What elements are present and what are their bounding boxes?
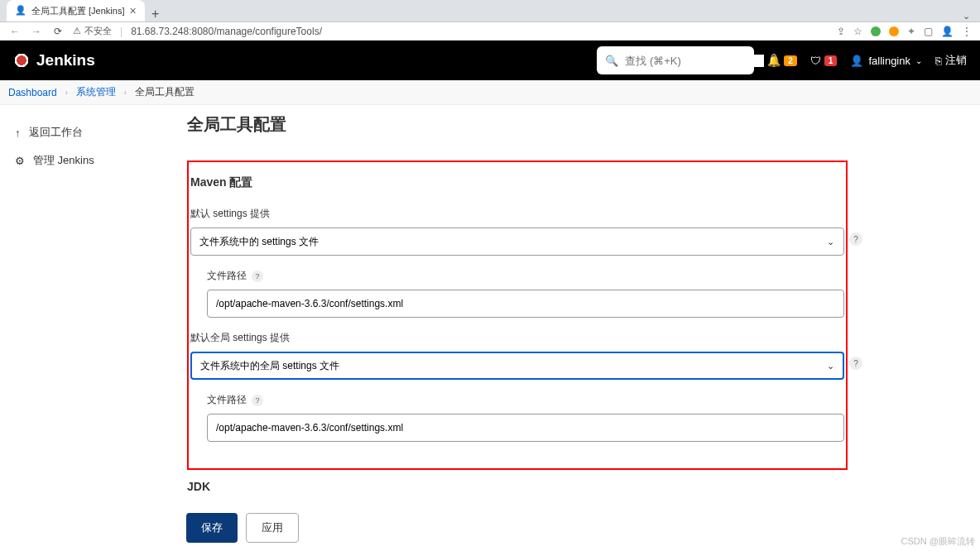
extensions-icon[interactable]: ✦ — [907, 26, 915, 37]
chevron-right-icon: › — [65, 89, 68, 97]
default-settings-select[interactable]: 文件系统中的 settings 文件 — [190, 228, 844, 256]
notification-badge: 2 — [784, 55, 797, 66]
user-icon: 👤 — [850, 55, 863, 67]
action-bar: 保存 应用 — [0, 505, 980, 551]
share-icon[interactable]: ⇪ — [837, 26, 845, 37]
jenkins-logo[interactable]: Jenkins — [13, 51, 95, 69]
field-label: 默认 settings 提供 — [190, 207, 844, 221]
notifications-button[interactable]: 🔔 2 — [767, 55, 797, 67]
search-box[interactable]: 🔍 ? — [597, 46, 754, 74]
shield-icon: 🛡 — [810, 55, 821, 67]
section-title: Maven 配置 — [190, 175, 844, 190]
apply-button[interactable]: 应用 — [246, 513, 299, 543]
gear-icon: ⚙ — [15, 155, 25, 167]
browser-tab[interactable]: 👤 全局工具配置 [Jenkins] × — [7, 0, 145, 22]
breadcrumb: Dashboard › 系统管理 › 全局工具配置 — [0, 80, 980, 105]
main-content: 全局工具配置 Maven 配置 默认 settings 提供 文件系统中的 se… — [174, 105, 861, 551]
global-settings-file-path-input[interactable] — [207, 414, 844, 442]
browser-tab-strip: 👤 全局工具配置 [Jenkins] × + ⌄ — [0, 0, 980, 22]
page-title: 全局工具配置 — [187, 113, 848, 136]
alerts-button[interactable]: 🛡 1 — [810, 55, 838, 67]
search-icon: 🔍 — [605, 55, 618, 67]
field-label: 文件路径 ? — [207, 393, 844, 407]
sidebar-item-manage[interactable]: ⚙ 管理 Jenkins — [7, 146, 167, 175]
new-tab-button[interactable]: + — [145, 7, 166, 22]
browser-toolbar: ← → ⟳ ⚠ 不安全 | 81.68.73.248:8080/manage/c… — [0, 22, 980, 41]
logout-button[interactable]: ⎘ 注销 — [935, 53, 967, 68]
breadcrumb-current: 全局工具配置 — [135, 85, 195, 99]
jenkins-favicon: 👤 — [15, 5, 26, 17]
extension-icon[interactable] — [871, 26, 881, 36]
field-label: 默认全局 settings 提供 — [190, 331, 844, 345]
chevron-down-icon: ⌄ — [915, 56, 922, 65]
profile-icon[interactable]: 👤 — [941, 26, 954, 37]
sidebar-item-label: 返回工作台 — [29, 125, 83, 140]
tab-title: 全局工具配置 [Jenkins] — [31, 5, 124, 17]
save-button[interactable]: 保存 — [186, 513, 238, 543]
bookmark-icon[interactable]: ☆ — [853, 26, 862, 37]
address-bar[interactable]: 81.68.73.248:8080/manage/configureTools/ — [131, 26, 322, 37]
alert-badge: 1 — [824, 55, 838, 66]
sidebar: ↑ 返回工作台 ⚙ 管理 Jenkins — [0, 105, 174, 551]
help-icon[interactable]: ? — [849, 357, 862, 370]
logout-icon: ⎘ — [935, 55, 942, 67]
sidebar-item-back[interactable]: ↑ 返回工作台 — [7, 118, 167, 146]
jenkins-logo-icon — [13, 52, 30, 69]
warning-icon: ⚠ — [73, 26, 81, 36]
breadcrumb-dashboard[interactable]: Dashboard — [8, 87, 57, 98]
separator: | — [120, 26, 122, 37]
watermark: CSDN @眼眸流转 — [901, 535, 975, 548]
forward-button[interactable]: → — [30, 26, 43, 37]
maven-config-section: Maven 配置 默认 settings 提供 文件系统中的 settings … — [187, 161, 848, 470]
back-button[interactable]: ← — [8, 26, 22, 37]
sidebar-item-label: 管理 Jenkins — [33, 153, 94, 168]
section-title: JDK — [187, 480, 848, 493]
breadcrumb-manage[interactable]: 系统管理 — [76, 85, 116, 99]
tab-overflow-icon[interactable]: ⌄ — [963, 11, 970, 22]
arrow-up-icon: ↑ — [15, 127, 21, 139]
close-tab-icon[interactable]: × — [129, 4, 136, 17]
jenkins-header: Jenkins 🔍 ? 🔔 2 🛡 1 👤 fallingink ⌄ ⎘ 注销 — [0, 41, 980, 80]
extension-icon[interactable] — [889, 26, 899, 36]
panel-icon[interactable]: ▢ — [924, 26, 933, 37]
reload-button[interactable]: ⟳ — [51, 26, 65, 37]
help-icon[interactable]: ? — [849, 232, 862, 246]
field-label: 文件路径 ? — [207, 269, 844, 283]
settings-file-path-input[interactable] — [207, 290, 844, 318]
toolbar-right: ⇪ ☆ ✦ ▢ 👤 ⋮ — [837, 26, 972, 37]
search-input[interactable] — [625, 55, 764, 67]
bell-icon: 🔔 — [767, 55, 781, 67]
chevron-right-icon: › — [124, 89, 127, 97]
security-indicator[interactable]: ⚠ 不安全 — [73, 25, 112, 37]
help-icon[interactable]: ? — [252, 271, 263, 282]
menu-icon[interactable]: ⋮ — [962, 26, 972, 37]
help-icon[interactable]: ? — [252, 395, 263, 406]
default-global-settings-select[interactable]: 文件系统中的全局 settings 文件 — [190, 352, 844, 380]
user-menu[interactable]: 👤 fallingink ⌄ — [850, 55, 922, 67]
